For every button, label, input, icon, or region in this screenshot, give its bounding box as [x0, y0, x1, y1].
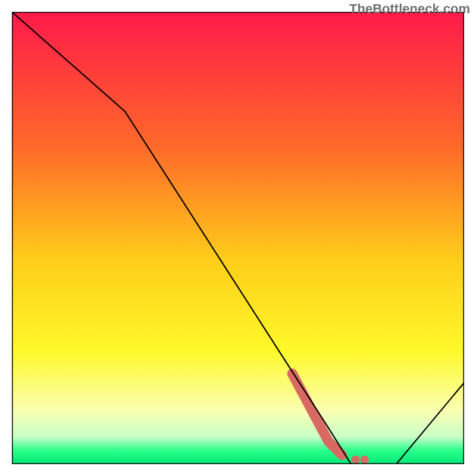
- plot-area: [12, 12, 464, 464]
- highlight-dot: [352, 455, 360, 464]
- chart-svg: [12, 12, 464, 464]
- highlight-dot: [361, 455, 369, 464]
- chart-container: TheBottleneck.com: [0, 0, 476, 476]
- watermark-text: TheBottleneck.com: [349, 1, 470, 17]
- gradient-background: [12, 12, 464, 464]
